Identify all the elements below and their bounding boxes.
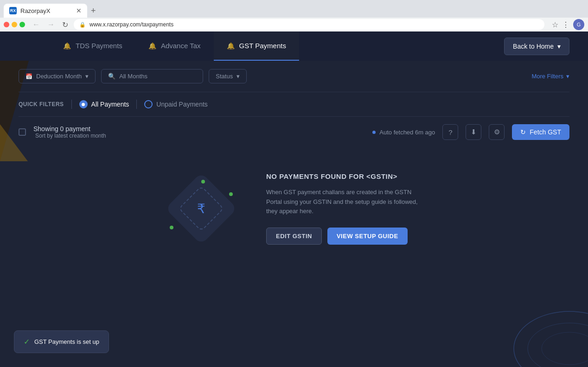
month-search-filter[interactable]: 🔍 All Months	[101, 69, 203, 83]
fetch-gst-label: Fetch GST	[530, 128, 561, 136]
filters-bar: 📅 Deduction Month ▾ 🔍 All Months Status …	[19, 61, 569, 92]
select-all-checkbox[interactable]	[19, 128, 26, 136]
maximize-window-button[interactable]	[19, 22, 25, 27]
auto-fetch-info: Auto fetched 6m ago	[372, 129, 435, 136]
tab-title: RazorpayX	[20, 7, 50, 14]
close-window-button[interactable]	[4, 22, 9, 27]
calendar-icon: 📅	[26, 73, 32, 80]
showing-count: Showing 0 payment	[33, 125, 106, 133]
quick-filters-divider	[71, 100, 72, 109]
menu-button[interactable]: ⋮	[562, 19, 569, 30]
deduction-month-label: Deduction Month	[36, 73, 82, 80]
browser-actions: ☆ ⋮ G	[552, 19, 584, 30]
empty-state-description: When GST payment challans are created in…	[266, 188, 424, 216]
decoration-dot-right	[229, 192, 233, 196]
decoration-dot-top	[201, 180, 205, 184]
more-filters-chevron: ▾	[566, 73, 569, 80]
tab-tds-payments[interactable]: 🔔 TDS Payments	[50, 32, 135, 61]
empty-state-text-block: NO PAYMENTS FOUND FOR <GSTIN> When GST p…	[266, 172, 424, 245]
settings-icon: ⚙	[494, 128, 500, 136]
minimize-window-button[interactable]	[12, 22, 17, 27]
empty-state-title: NO PAYMENTS FOUND FOR <GSTIN>	[266, 172, 424, 180]
rupee-illustration: ₹	[164, 171, 238, 246]
tab-favicon: RX	[9, 7, 17, 14]
bottom-right-decoration	[495, 274, 588, 367]
rupee-diamond: ₹	[165, 172, 237, 245]
settings-button[interactable]: ⚙	[489, 124, 505, 140]
all-months-placeholder: All Months	[119, 73, 147, 80]
quick-filters-bar: QUICK FILTERS All Payments Unpaid Paymen…	[19, 92, 569, 117]
forward-button[interactable]: →	[45, 19, 57, 30]
quick-filters-label: QUICK FILTERS	[19, 101, 64, 108]
toast-check-icon: ✓	[24, 337, 30, 346]
fetch-gst-button[interactable]: ↻ Fetch GST	[512, 124, 569, 140]
bookmark-button[interactable]: ☆	[552, 19, 558, 30]
unpaid-payments-radio	[144, 100, 153, 108]
browser-tab-bar: RX RazorpayX ✕ +	[0, 0, 588, 18]
deduction-month-filter[interactable]: 📅 Deduction Month ▾	[19, 69, 96, 83]
tab-close-button[interactable]: ✕	[76, 7, 82, 14]
all-payments-label: All Payments	[91, 101, 129, 108]
view-setup-label: VIEW SETUP GUIDE	[337, 233, 398, 240]
auto-fetch-dot	[372, 131, 376, 134]
reload-button[interactable]: ↻	[60, 19, 70, 30]
unpaid-payments-label: Unpaid Payments	[156, 101, 208, 108]
help-button[interactable]: ?	[442, 124, 458, 140]
advance-icon: 🔔	[148, 42, 156, 50]
edit-gstin-label: EDIT GSTIN	[276, 233, 312, 240]
rupee-symbol: ₹	[197, 201, 205, 216]
gst-tab-label: GST Payments	[239, 42, 286, 50]
list-actions: Auto fetched 6m ago ? ⬇ ⚙ ↻ Fetch GST	[372, 124, 569, 140]
svg-point-4	[542, 332, 588, 365]
browser-toolbar: ← → ↻ 🔒 www.x.razorpay.com/taxpayments ☆…	[0, 18, 588, 32]
filter-unpaid-payments[interactable]: Unpaid Payments	[144, 100, 208, 108]
svg-point-3	[528, 323, 588, 367]
more-filters-label: More Filters	[531, 73, 563, 80]
back-home-label: Back to Home	[513, 43, 554, 50]
sort-label: Sort by latest creation month	[35, 133, 106, 139]
download-button[interactable]: ⬇	[466, 124, 481, 140]
lock-icon: 🔒	[79, 22, 86, 28]
address-bar[interactable]: 🔒 www.x.razorpay.com/taxpayments	[74, 19, 544, 30]
main-content: 📅 Deduction Month ▾ 🔍 All Months Status …	[0, 61, 588, 264]
search-icon: 🔍	[108, 73, 115, 80]
new-tab-button[interactable]: +	[87, 4, 100, 18]
auto-fetch-label: Auto fetched 6m ago	[379, 129, 435, 136]
view-setup-guide-button[interactable]: VIEW SETUP GUIDE	[327, 228, 408, 245]
status-label: Status	[216, 73, 233, 80]
quick-filters-divider-2	[136, 100, 137, 109]
download-icon: ⬇	[471, 128, 477, 136]
toast-notification: ✓ GST Payments is set up	[14, 330, 109, 353]
advance-tab-label: Advance Tax	[161, 42, 201, 50]
nav-tabs: 🔔 TDS Payments 🔔 Advance Tax 🔔 GST Payme…	[0, 32, 495, 61]
payment-count-info: Showing 0 payment Sort by latest creatio…	[33, 125, 106, 139]
gst-icon: 🔔	[227, 42, 235, 50]
status-chevron: ▾	[236, 73, 240, 80]
filter-all-payments[interactable]: All Payments	[79, 100, 129, 108]
url-text: www.x.razorpay.com/taxpayments	[89, 21, 173, 28]
active-tab[interactable]: RX RazorpayX ✕	[4, 4, 87, 18]
status-filter[interactable]: Status ▾	[209, 69, 247, 83]
svg-point-2	[514, 311, 588, 367]
tds-icon: 🔔	[63, 42, 71, 50]
payment-list-header: Showing 0 payment Sort by latest creatio…	[19, 117, 569, 144]
back-to-home-button[interactable]: Back to Home ▾	[504, 38, 569, 55]
back-home-chevron-icon: ▾	[557, 43, 561, 50]
traffic-lights	[4, 22, 25, 27]
empty-state: ₹ NO PAYMENTS FOUND FOR <GSTIN> When GST…	[19, 144, 569, 264]
all-payments-radio	[79, 100, 88, 108]
back-button[interactable]: ←	[31, 19, 42, 30]
edit-gstin-button[interactable]: EDIT GSTIN	[266, 228, 322, 245]
more-filters-button[interactable]: More Filters ▾	[531, 73, 569, 80]
tds-tab-label: TDS Payments	[76, 42, 122, 50]
tab-advance-tax[interactable]: 🔔 Advance Tax	[135, 32, 214, 61]
deduction-month-chevron: ▾	[85, 73, 89, 80]
empty-state-content: ₹ NO PAYMENTS FOUND FOR <GSTIN> When GST…	[164, 171, 424, 246]
decoration-dot-left	[170, 226, 173, 229]
user-avatar: G	[573, 19, 584, 30]
rupee-diamond-inner: ₹	[179, 186, 224, 232]
app-content: 🔔 TDS Payments 🔔 Advance Tax 🔔 GST Payme…	[0, 32, 588, 367]
tab-gst-payments[interactable]: 🔔 GST Payments	[214, 32, 299, 61]
empty-state-actions: EDIT GSTIN VIEW SETUP GUIDE	[266, 228, 424, 245]
fetch-gst-icon: ↻	[520, 128, 526, 136]
